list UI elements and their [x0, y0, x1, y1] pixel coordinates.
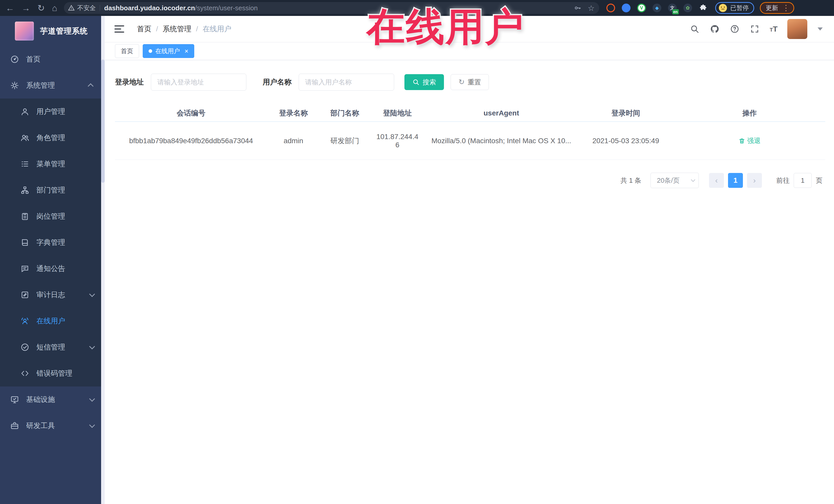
home-icon[interactable]: ⌂	[52, 4, 58, 12]
tab-home[interactable]: 首页	[115, 44, 139, 58]
sidebar-item-menus[interactable]: 菜单管理	[0, 151, 101, 177]
table-header-row: 会话编号 登录名称 部门名称 登陆地址 userAgent 登录时间 操作	[115, 105, 825, 122]
extensions-row: V ◆ 文en ✿	[607, 4, 707, 12]
org-tree-icon	[20, 185, 30, 195]
reset-button-label: 重置	[467, 78, 481, 87]
search-button-label: 搜索	[423, 78, 436, 87]
sidebar-item-system[interactable]: 系统管理	[0, 72, 101, 98]
translate-extension-icon[interactable]: 文en	[668, 4, 677, 12]
reload-icon[interactable]: ↻	[38, 4, 45, 12]
page-number-1[interactable]: 1	[728, 173, 743, 188]
profile-badge-label: 已暂停	[730, 4, 749, 12]
avatar-caret-icon[interactable]	[817, 27, 823, 30]
column-header-username: 登录名称	[267, 108, 320, 118]
login-address-label: 登录地址	[115, 77, 144, 87]
font-size-icon[interactable]: TT	[770, 25, 777, 34]
filter-form: 登录地址 用户名称 搜索 ↻ 重置	[115, 74, 822, 91]
sidebar-item-audit-logs[interactable]: 审计日志	[0, 282, 101, 308]
extension-orange-icon[interactable]	[607, 4, 615, 12]
next-page-button[interactable]: ›	[747, 173, 762, 188]
sidebar-logo-row[interactable]: 芋道管理系统	[0, 16, 101, 46]
force-logout-button[interactable]: 强退	[739, 136, 761, 145]
sidebar-item-dictionary[interactable]: 字典管理	[0, 229, 101, 256]
extensions-puzzle-icon[interactable]	[699, 4, 707, 12]
goto-page-input[interactable]	[794, 173, 812, 188]
column-header-login-time: 登录时间	[578, 108, 674, 118]
search-icon[interactable]	[689, 24, 700, 34]
column-header-actions: 操作	[674, 108, 825, 118]
search-button[interactable]: 搜索	[404, 74, 444, 90]
sidebar-item-sms[interactable]: 短信管理	[0, 334, 101, 360]
extension-gem-icon[interactable]: ◆	[653, 4, 661, 12]
password-key-icon[interactable]	[574, 4, 581, 12]
browser-menu-kebab-icon[interactable]: ⋮	[782, 4, 790, 12]
sidebar-item-label: 基础设施	[26, 395, 55, 404]
sidebar-item-label: 首页	[26, 54, 41, 64]
app-logo	[15, 22, 34, 41]
sidebar: 芋道管理系统 首页 系统管理 用户管理	[0, 16, 101, 504]
bookmark-star-icon[interactable]: ☆	[588, 4, 595, 13]
code-icon	[20, 369, 30, 378]
extension-green-v-icon[interactable]: V	[637, 4, 646, 12]
breadcrumb-separator: /	[196, 25, 198, 33]
main-panel: 首页 / 系统管理 / 在线用户 TT	[105, 16, 834, 504]
app-title: 芋道管理系统	[40, 26, 88, 37]
translate-badge: en	[672, 9, 679, 14]
tag-bar: 首页 在线用户 ×	[105, 42, 834, 60]
login-address-input[interactable]	[151, 74, 246, 91]
active-dot-icon	[149, 49, 152, 53]
cell-actions: 强退	[674, 122, 825, 160]
sidebar-item-roles[interactable]: 角色管理	[0, 125, 101, 151]
back-icon[interactable]: ←	[6, 4, 14, 12]
sidebar-item-label: 字典管理	[37, 238, 65, 247]
tab-online-users[interactable]: 在线用户 ×	[143, 44, 194, 58]
help-icon[interactable]	[729, 24, 740, 34]
warning-icon	[68, 5, 75, 11]
browser-update-button[interactable]: 更新 ⋮	[760, 2, 794, 14]
username-label: 用户名称	[263, 77, 291, 87]
check-circle-icon	[20, 342, 30, 352]
fullscreen-icon[interactable]	[750, 24, 760, 34]
sidebar-item-posts[interactable]: 岗位管理	[0, 203, 101, 229]
github-icon[interactable]	[709, 24, 720, 34]
tab-close-icon[interactable]: ×	[184, 48, 188, 54]
page-size-select[interactable]: 20条/页	[651, 173, 699, 188]
browser-profile-chip[interactable]: 已暂停	[715, 2, 754, 14]
sidebar-menu: 首页 系统管理 用户管理 角色管理	[0, 46, 101, 439]
sidebar-item-online-users[interactable]: 在线用户	[0, 308, 101, 334]
app-header: 首页 / 系统管理 / 在线用户 TT	[105, 16, 834, 42]
sidebar-submenu-system: 用户管理 角色管理 菜单管理 部门管理	[0, 98, 101, 387]
sidebar-item-home[interactable]: 首页	[0, 46, 101, 72]
username-input[interactable]	[299, 74, 394, 91]
sidebar-item-infrastructure[interactable]: 基础设施	[0, 387, 101, 413]
sidebar-collapse-icon[interactable]	[114, 24, 126, 34]
pagination: 共 1 条 20条/页 ‹ 1 › 前往 页	[115, 173, 822, 188]
security-chip[interactable]: 不安全	[68, 4, 96, 12]
browser-nav: ← → ↻ ⌂	[0, 4, 62, 12]
badge-icon	[20, 212, 30, 221]
breadcrumb-system[interactable]: 系统管理	[163, 24, 192, 34]
cell-session-id: bfbb1ab79ba849e49fb26ddb56a73044	[115, 122, 267, 160]
sidebar-item-notices[interactable]: 通知公告	[0, 256, 101, 282]
prev-page-button[interactable]: ‹	[709, 173, 724, 188]
menu-list-icon	[20, 159, 30, 169]
chevron-up-icon	[88, 83, 94, 89]
extension-leaf-icon[interactable]: ✿	[683, 4, 692, 12]
cell-ip: 101.87.244.46	[370, 122, 425, 160]
breadcrumb-home[interactable]: 首页	[137, 24, 151, 34]
breadcrumb: 首页 / 系统管理 / 在线用户	[137, 24, 232, 34]
sidebar-scrollbar[interactable]	[101, 16, 105, 504]
update-label: 更新	[766, 4, 778, 12]
content: 登录地址 用户名称 搜索 ↻ 重置	[105, 60, 834, 504]
address-bar[interactable]: 不安全 dashboard.yudao.iocoder.cn/system/us…	[64, 2, 599, 14]
forward-icon[interactable]: →	[22, 4, 30, 12]
sidebar-item-dev-tools[interactable]: 研发工具	[0, 413, 101, 439]
scrollbar-thumb[interactable]	[101, 60, 105, 183]
sidebar-item-label: 审计日志	[37, 290, 65, 300]
sidebar-item-users[interactable]: 用户管理	[0, 98, 101, 125]
sidebar-item-departments[interactable]: 部门管理	[0, 177, 101, 203]
reset-button[interactable]: ↻ 重置	[451, 74, 489, 90]
extension-blue-icon[interactable]	[622, 4, 631, 12]
avatar[interactable]	[787, 19, 807, 39]
sidebar-item-error-codes[interactable]: 错误码管理	[0, 360, 101, 387]
